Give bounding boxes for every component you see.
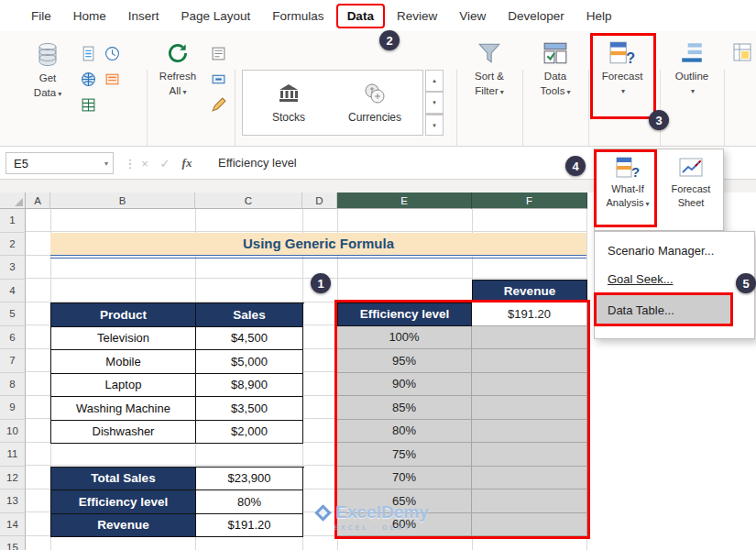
empty-cell[interactable] xyxy=(472,467,587,490)
table-cell[interactable]: $8,900 xyxy=(196,374,303,398)
revenue-value-cell[interactable]: $191.20 xyxy=(472,302,587,326)
column-header-e[interactable]: E xyxy=(337,192,472,209)
chevron-down-icon: ▾ xyxy=(104,160,108,168)
row-header-15[interactable]: 15 xyxy=(0,536,26,550)
table-cell[interactable]: Mobile xyxy=(51,350,196,374)
query-properties-icon[interactable] xyxy=(211,46,226,61)
empty-cell[interactable] xyxy=(472,373,587,397)
column-header-b[interactable]: B xyxy=(50,192,195,209)
menu-item-formulas[interactable]: Formulas xyxy=(261,3,334,29)
name-box[interactable]: E5 ▾ xyxy=(5,152,114,174)
row-header-12[interactable]: 12 xyxy=(0,467,26,490)
column-header-a[interactable]: A xyxy=(26,192,50,209)
percentage-cell[interactable]: 80% xyxy=(337,420,472,444)
menu-item-developer[interactable]: Developer xyxy=(497,3,575,29)
menu-item-scenario-manager[interactable]: Scenario Manager... xyxy=(596,236,750,265)
stocks-button[interactable]: Stocks xyxy=(250,71,327,135)
insert-function-icon[interactable]: fx xyxy=(178,152,196,174)
empty-cell[interactable] xyxy=(472,420,587,444)
sort-filter-button[interactable]: Sort & Filter▾ xyxy=(462,38,517,126)
table-header-cell[interactable]: Revenue xyxy=(51,514,196,538)
workbook-connections-icon[interactable] xyxy=(211,72,226,87)
empty-cell[interactable] xyxy=(472,443,587,467)
column-header-f[interactable]: F xyxy=(472,192,587,209)
table-cell[interactable]: Laptop xyxy=(51,374,196,398)
menu-bar: File Home Insert Page Layout Formulas Da… xyxy=(0,0,756,31)
from-text-csv-icon[interactable] xyxy=(81,46,96,61)
table-cell[interactable]: $3,500 xyxy=(196,397,303,421)
percentage-cell[interactable]: 90% xyxy=(337,373,472,397)
table-cell[interactable]: Television xyxy=(51,327,196,351)
table-cell[interactable]: Washing Machine xyxy=(51,397,196,421)
column-header-d[interactable]: D xyxy=(302,192,337,209)
row-header-10[interactable]: 10 xyxy=(0,420,26,444)
row-header-11[interactable]: 11 xyxy=(0,443,26,467)
existing-connections-icon[interactable] xyxy=(104,72,120,87)
get-data-button[interactable]: Get Data▾ xyxy=(24,38,71,121)
row-header-13[interactable]: 13 xyxy=(0,490,26,513)
menu-item-goal-seek[interactable]: Goal Seek... xyxy=(596,265,750,293)
empty-cell[interactable] xyxy=(472,396,587,420)
enter-icon[interactable]: ✓ xyxy=(156,152,174,174)
row-header-3[interactable]: 3 xyxy=(0,256,26,280)
empty-cell[interactable] xyxy=(472,513,587,537)
data-analysis-icon[interactable] xyxy=(732,42,752,62)
row-header-8[interactable]: 8 xyxy=(0,373,26,397)
menu-item-data[interactable]: Data xyxy=(336,4,385,28)
menu-item-home[interactable]: Home xyxy=(62,3,117,29)
outline-button[interactable]: Outline ▾ xyxy=(665,38,718,126)
menu-item-insert[interactable]: Insert xyxy=(117,3,170,29)
gallery-scroll-up-button[interactable]: ▴ xyxy=(425,70,444,92)
cancel-icon[interactable]: × xyxy=(136,152,154,174)
currencies-button[interactable]: Currencies xyxy=(331,71,419,135)
table-header-cell[interactable]: Product xyxy=(51,303,196,327)
row-header-4[interactable]: 4 xyxy=(0,280,26,303)
empty-cell[interactable] xyxy=(472,349,587,373)
gallery-more-button[interactable]: ▾ xyxy=(425,114,444,136)
percentage-cell[interactable]: 100% xyxy=(337,326,472,350)
table-cell[interactable]: $191.20 xyxy=(196,514,303,538)
percentage-cell[interactable]: 95% xyxy=(337,349,472,373)
empty-cell[interactable] xyxy=(472,326,587,350)
select-all-button[interactable] xyxy=(0,192,26,209)
row-header-2[interactable]: 2 xyxy=(0,233,26,257)
table-header-cell[interactable]: Efficiency level xyxy=(51,490,196,514)
row-header-5[interactable]: 5 xyxy=(0,302,26,326)
menu-item-help[interactable]: Help xyxy=(575,3,623,29)
table-cell[interactable]: 80% xyxy=(196,490,303,514)
refresh-all-button[interactable]: Refresh All▾ xyxy=(152,38,203,121)
row-header-9[interactable]: 9 xyxy=(0,396,26,420)
recent-sources-icon[interactable] xyxy=(104,46,120,61)
gallery-scroll-down-button[interactable]: ▾ xyxy=(425,92,444,114)
empty-cell[interactable] xyxy=(472,490,587,513)
worksheet-title-cell[interactable]: Using Generic Formula xyxy=(50,233,586,255)
data-tools-button[interactable]: Data Tools▾ xyxy=(528,38,583,126)
table-cell[interactable]: $2,000 xyxy=(196,421,303,445)
from-table-range-icon[interactable] xyxy=(81,97,96,113)
menu-item-file[interactable]: File xyxy=(20,3,62,29)
table-cell[interactable]: $4,500 xyxy=(196,327,303,351)
row-header-6[interactable]: 6 xyxy=(0,326,26,350)
table-cell[interactable]: $5,000 xyxy=(196,350,303,374)
percentage-cell[interactable]: 85% xyxy=(337,396,472,420)
table-header-cell[interactable]: Total Sales xyxy=(51,468,196,491)
menu-item-view[interactable]: View xyxy=(448,3,497,29)
column-header-c[interactable]: C xyxy=(195,192,302,209)
forecast-sheet-label-1: Forecast xyxy=(672,183,711,195)
formula-content[interactable]: Efficiency level xyxy=(218,152,297,174)
table-cell[interactable]: $23,900 xyxy=(196,468,303,491)
revenue-header-cell[interactable]: Revenue xyxy=(472,280,587,303)
menu-item-review[interactable]: Review xyxy=(386,3,448,29)
row-header-14[interactable]: 14 xyxy=(0,513,26,537)
efficiency-header-cell[interactable]: Efficiency level xyxy=(337,302,472,326)
percentage-cell[interactable]: 70% xyxy=(337,467,472,490)
row-header-1[interactable]: 1 xyxy=(0,209,26,233)
edit-links-icon[interactable] xyxy=(211,97,226,113)
table-header-cell[interactable]: Sales xyxy=(196,303,303,327)
row-header-7[interactable]: 7 xyxy=(0,349,26,373)
percentage-cell[interactable]: 75% xyxy=(337,443,472,467)
from-web-icon[interactable] xyxy=(81,72,96,87)
menu-item-page-layout[interactable]: Page Layout xyxy=(170,3,262,29)
forecast-sheet-button[interactable]: Forecast Sheet xyxy=(661,152,721,227)
table-cell[interactable]: Dishwasher xyxy=(51,421,196,445)
